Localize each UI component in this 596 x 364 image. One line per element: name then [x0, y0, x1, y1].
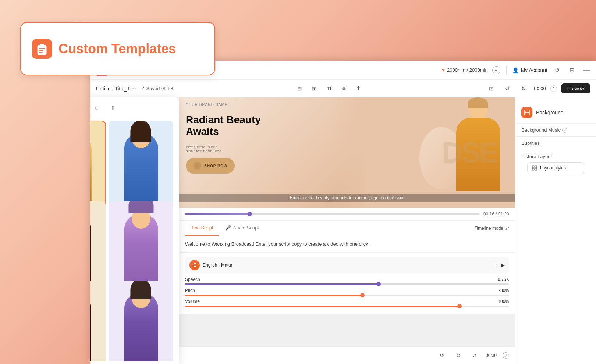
- audio-script-tab[interactable]: 🎤 Audio Script: [219, 221, 265, 236]
- audio-panel: E English - Matur... › ▶ Speech 0.75X Pi…: [179, 252, 515, 314]
- help-icon[interactable]: ?: [503, 352, 509, 359]
- undo-bottom-button[interactable]: ↺: [437, 350, 447, 361]
- save-status: ✓ Saved 09:58: [141, 86, 173, 91]
- align-icon[interactable]: ⊟: [294, 83, 306, 94]
- close-button[interactable]: —: [583, 66, 590, 74]
- video-watermark: DSE: [442, 136, 497, 169]
- text-icon[interactable]: TI: [323, 83, 335, 94]
- voice-selector[interactable]: E English - Matur... › ▶: [185, 257, 509, 273]
- svg-rect-12: [532, 168, 534, 170]
- voice-avatar: E: [189, 260, 200, 270]
- pitch-slider[interactable]: [185, 295, 509, 296]
- avatar-grid: ♥ VIP: [90, 116, 179, 361]
- playback-time: 00:30: [486, 353, 497, 358]
- sticker-icon[interactable]: ☺: [338, 83, 350, 94]
- document-title: Untitled Title_1 ✏: [96, 86, 136, 92]
- avatar-item[interactable]: [90, 201, 106, 287]
- video-preview: YOUR BRAND NAME 🕯 ☆ ● Radiant Beauty Awa…: [179, 97, 515, 208]
- pitch-header: Pitch -30%: [185, 288, 509, 293]
- video-timestamp: 00:16 / 01:20: [483, 211, 509, 217]
- script-area: Text Script 🎤 Audio Script Timeline mode…: [179, 220, 515, 252]
- text-script-tab[interactable]: Text Script: [185, 221, 219, 236]
- speech-thumb[interactable]: [376, 282, 381, 286]
- background-music-label: Background Music ?: [521, 127, 590, 133]
- speech-fill: [185, 283, 380, 285]
- avatar-item[interactable]: [109, 201, 173, 287]
- video-headline: Radiant Beauty Awaits: [186, 114, 261, 138]
- add-credits-button[interactable]: +: [492, 66, 500, 74]
- speech-header: Speech 0.75X: [185, 277, 509, 282]
- clipboard-icon: [36, 43, 48, 55]
- app-window: V Wondershare Virbo Menu ▾ ⌂ Home ♥ 2000…: [90, 61, 596, 364]
- redo-button[interactable]: ↻: [518, 83, 529, 94]
- background-icon: [521, 107, 532, 118]
- crop-icon[interactable]: ⊞: [309, 83, 320, 94]
- avatar-figure-5: [90, 281, 106, 361]
- avatar-figure-6: [109, 281, 173, 361]
- svg-rect-3: [39, 48, 45, 49]
- svg-rect-11: [535, 166, 537, 168]
- pitch-thumb[interactable]: [360, 293, 365, 297]
- upload-icon[interactable]: ⬆: [353, 83, 365, 94]
- redo-bottom-button[interactable]: ↻: [453, 350, 464, 361]
- volume-thumb[interactable]: [457, 304, 462, 308]
- background-music-section: Background Music ?: [515, 124, 596, 137]
- progress-area: 00:16 / 01:20: [179, 208, 515, 220]
- music-bottom-icon[interactable]: ♫: [469, 350, 480, 361]
- volume-header: Volume 100%: [185, 299, 509, 304]
- tab-sticker[interactable]: ☺: [90, 101, 103, 114]
- background-section: Background: [515, 103, 596, 124]
- picture-layout-section: Picture Layout Layout styles: [515, 150, 596, 178]
- right-properties-panel: Background Background Music ? Subtitles …: [515, 97, 596, 364]
- shop-now-button: → SHOP NOW: [186, 158, 235, 174]
- voice-name: English - Matur...: [203, 263, 493, 268]
- toolbar-controls: ⊟ ⊞ TI ☺ ⬆: [294, 83, 365, 94]
- speech-slider[interactable]: [185, 283, 509, 285]
- speech-control: Speech 0.75X: [185, 277, 509, 285]
- volume-control: Volume 100%: [185, 299, 509, 307]
- progress-track[interactable]: [185, 213, 480, 215]
- layout-icon[interactable]: ⊡: [485, 83, 497, 94]
- avatar-item[interactable]: ♥ VIP: [90, 121, 106, 206]
- undo-button[interactable]: ↺: [501, 83, 513, 94]
- background-music-help[interactable]: ?: [562, 128, 567, 133]
- toolbar-bar: Untitled Title_1 ✏ ✓ Saved 09:58 ⊟ ⊞ TI …: [90, 80, 596, 97]
- volume-slider[interactable]: [185, 306, 509, 307]
- script-content[interactable]: Welcome to Wanxing Broadcast! Enter your…: [185, 236, 509, 252]
- avatar-item[interactable]: [109, 121, 173, 206]
- grid-view-button[interactable]: ⊞: [567, 65, 577, 75]
- volume-value: 100%: [498, 299, 509, 304]
- avatar-item[interactable]: [109, 281, 173, 361]
- shop-arrow-icon: →: [193, 162, 201, 170]
- time-display: 00:00: [534, 86, 546, 91]
- svg-rect-4: [39, 50, 43, 51]
- video-brand-name: YOUR BRAND NAME: [186, 103, 227, 107]
- tab-upload[interactable]: ⬆: [106, 101, 120, 114]
- pitch-value: -30%: [499, 288, 509, 293]
- custom-templates-card: Custom Templates: [20, 22, 215, 75]
- voice-play-button[interactable]: ▶: [501, 262, 505, 268]
- svg-rect-5: [39, 52, 43, 53]
- avatar-figure-3: [90, 201, 106, 287]
- edit-title-icon[interactable]: ✏: [132, 86, 136, 91]
- custom-templates-icon: [32, 39, 52, 59]
- script-tabs: Text Script 🎤 Audio Script Timeline mode…: [185, 221, 509, 236]
- undo-nav-button[interactable]: ↺: [552, 65, 562, 75]
- canvas-area: YOUR BRAND NAME 🕯 ☆ ● Radiant Beauty Awa…: [179, 97, 515, 346]
- preview-button[interactable]: Preview: [561, 83, 590, 93]
- layout-styles-button[interactable]: Layout styles: [527, 162, 584, 174]
- svg-rect-2: [40, 44, 44, 46]
- progress-fill: [185, 213, 250, 215]
- pitch-control: Pitch -30%: [185, 288, 509, 296]
- my-account-button[interactable]: 👤 My Account: [512, 67, 547, 73]
- heart-icon: ♥: [442, 67, 445, 73]
- svg-rect-13: [535, 168, 537, 170]
- timeline-mode-button[interactable]: Timeline mode ⇄: [475, 221, 509, 236]
- avatar-item[interactable]: [90, 281, 106, 361]
- progress-thumb: [248, 212, 252, 216]
- help-button[interactable]: ?: [550, 85, 557, 92]
- subtitles-label: Subtitles: [521, 140, 590, 146]
- avatar-tab-bar: ≋ TI ☺ ⬆: [90, 97, 179, 116]
- voice-chevron-icon[interactable]: ›: [496, 263, 498, 268]
- video-subtitle: Embrace our beauty products for radiant,…: [179, 194, 515, 202]
